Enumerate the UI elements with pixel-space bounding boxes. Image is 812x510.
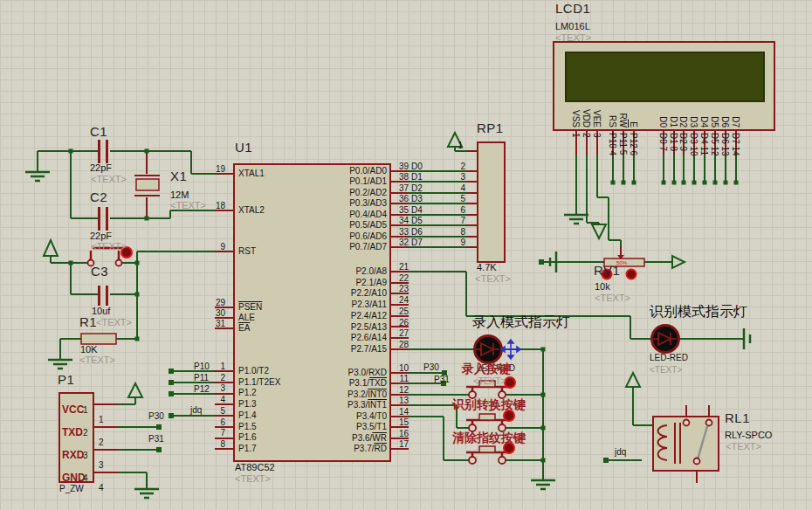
net-label-jdq: jdq xyxy=(190,405,202,415)
c1-value: 22pF xyxy=(90,163,112,173)
net-label-p12: P12 xyxy=(194,384,210,394)
schematic-canvas: LCD1 LM016L <TEXT> VSS VDD VEE RS RW E D… xyxy=(0,0,812,510)
u1-part: AT89C52 xyxy=(235,463,275,472)
lcd-pin-d5: D5 xyxy=(710,93,719,128)
rp1-ref: RP1 xyxy=(477,123,504,133)
terminal-bars xyxy=(550,252,750,349)
lcd-pinnum-10: D3 10 xyxy=(689,133,698,183)
lcd-part: LM016L xyxy=(555,22,590,31)
c3-text-placeholder: <TEXT> xyxy=(96,318,132,327)
lcd-text-placeholder: <TEXT> xyxy=(555,33,591,43)
recognize-button[interactable] xyxy=(466,414,508,431)
net-label-p30-conn: P30 xyxy=(148,411,164,421)
move-cursor-icon xyxy=(501,340,520,359)
u1-pins-p0: P0.0/AD0 P0.1/AD1 P0.2/AD2 P0.3/AD3 P0.4… xyxy=(288,166,387,253)
u1-pin-ea: EA xyxy=(238,323,250,333)
rl1-text-placeholder: <TEXT> xyxy=(726,442,761,451)
lcd-pin-e: E xyxy=(629,93,638,128)
recognize-led xyxy=(652,326,679,353)
p1-conn-ref: P1 xyxy=(58,375,74,384)
rp1-pinnums: 2 3 4 5 6 7 8 9 xyxy=(443,162,465,249)
lcd-pin-rw: RW xyxy=(618,93,628,128)
u1-pinnums-29-31: 29 30 31 xyxy=(199,298,225,329)
net-label-p11: P11 xyxy=(194,373,209,382)
lcd-pin-d2: D2 xyxy=(678,93,688,128)
lcd-pinnum-14: D7 14 xyxy=(731,133,740,183)
rp1-text-placeholder: <TEXT> xyxy=(475,274,511,284)
u1-pin-xtal1: XTAL1 xyxy=(238,169,265,178)
lcd-pinnum-11: D4 11 xyxy=(699,133,709,183)
recognize-led-caption: 识别模式指示灯 xyxy=(650,307,747,316)
rl1-relay xyxy=(653,417,719,471)
net-label-p31: P31 xyxy=(434,375,450,384)
recognize-button-label: 识别转换按键 xyxy=(452,400,526,410)
x1-value: 12M xyxy=(170,190,189,200)
x1-text-placeholder: <TEXT> xyxy=(170,201,206,210)
clear-button-label: 清除指纹按键 xyxy=(452,433,526,443)
lcd-pinnum-4: P10 4 xyxy=(608,133,617,183)
rv1-value: 10k xyxy=(595,282,610,292)
lcd-pin-d4: D4 xyxy=(699,93,709,128)
u1-pinnums-p0: 39 38 37 36 35 34 33 32 xyxy=(384,162,409,249)
net-label-jdq-relay: jdq xyxy=(615,447,626,457)
u1-pinnums-p3: 10 11 12 13 14 15 16 17 xyxy=(384,363,409,451)
net-labels-d0-d7: D0 D1 D2 D3 D4 D5 D6 D7 xyxy=(411,162,423,249)
entry-led-text-placeholder: <TEXT> xyxy=(473,376,506,386)
r1-text-placeholder: <TEXT> xyxy=(79,355,115,365)
lcd-pinnum-5: P11 5 xyxy=(618,133,628,183)
lcd-pinnum-13: D6 13 xyxy=(720,133,730,183)
recognize-led-text-placeholder: <TEXT> xyxy=(650,365,682,375)
recognize-led-part: LED-RED xyxy=(650,353,688,362)
rv1-wiper-percent: 50% xyxy=(616,258,627,268)
u1-pin-p3-5: P3.5/T1 xyxy=(288,422,387,431)
p1-conn-pin-names: VCC TXD RXD GND xyxy=(62,398,86,489)
rp1-pinnum-1: 1 xyxy=(445,141,463,150)
r1-ref: R1 xyxy=(79,317,97,327)
u1-pin-p3-1: P3.1/TXD xyxy=(288,378,387,388)
lcd-ref: LCD1 xyxy=(555,3,590,13)
entry-button-label: 录入按键 xyxy=(462,364,511,374)
lcd-pinnum-3: 3 xyxy=(592,133,602,183)
marker-icon xyxy=(504,410,514,421)
u1-pinnums-p2: 21 22 23 24 25 26 27 28 xyxy=(384,262,409,351)
r1-value: 10K xyxy=(80,345,98,355)
lcd-pinnum-2: 2 xyxy=(581,133,591,183)
u1-pin-psen: PSEN xyxy=(238,302,262,312)
net-label-p31-conn: P31 xyxy=(148,434,164,444)
net-label-p10: P10 xyxy=(194,362,210,371)
lcd-pin-vss: VSS xyxy=(571,93,581,128)
clear-button[interactable] xyxy=(466,446,508,464)
lcd-pinnum-6: P12 6 xyxy=(629,133,638,183)
power-arrow-down-icon xyxy=(592,224,606,238)
u1-pin-p3-7: P3.7/RD xyxy=(288,444,387,453)
u1-pin-ale: ALE xyxy=(238,313,255,322)
lcd-pinnum-9: D2 9 xyxy=(678,133,688,183)
r1-body xyxy=(81,334,116,344)
lcd-pin-vee: VEE xyxy=(592,93,602,128)
u1-pin-xtal2: XTAL2 xyxy=(238,205,265,215)
u1-pin-p3-4: P3.4/T0 xyxy=(288,411,387,421)
marker-icon xyxy=(505,377,515,388)
x1-crystal xyxy=(134,151,160,218)
lcd-pin-d1: D1 xyxy=(669,93,678,128)
lcd-pin-rs: RS xyxy=(608,93,617,128)
u1-pin-p3-0: P3.0/RXD xyxy=(288,368,387,377)
lcd-pinnum-8: D1 8 xyxy=(669,133,678,183)
power-arrow-icon xyxy=(128,383,142,397)
rl1-part: RLY-SPCO xyxy=(725,431,772,440)
c3-ref: C3 xyxy=(91,266,108,276)
marker-icon xyxy=(627,270,637,279)
c1-ref: C1 xyxy=(90,127,107,136)
u1-pin-rst: RST xyxy=(238,246,256,256)
power-arrow-icon xyxy=(44,240,58,256)
net-label-p30: P30 xyxy=(423,362,439,372)
power-arrow-right-icon xyxy=(672,256,685,268)
c1-text-placeholder: <TEXT> xyxy=(91,175,127,184)
lcd-pinnum-7: D0 7 xyxy=(658,133,668,183)
lcd-pin-d3: D3 xyxy=(689,93,698,128)
p1-conn-pin-nums-outside: 1 2 3 4 xyxy=(99,409,104,500)
rp1-value: 4.7K xyxy=(477,263,497,272)
c2-value: 22pF xyxy=(90,231,112,241)
u1-pin-p3-2: P3.2/INT0 xyxy=(288,389,387,399)
entry-led-caption: 录入模式指示灯 xyxy=(472,317,570,327)
